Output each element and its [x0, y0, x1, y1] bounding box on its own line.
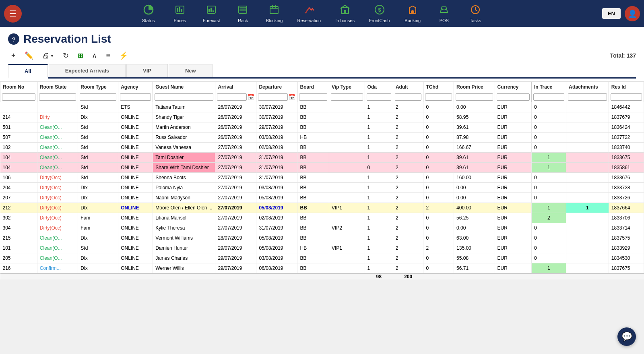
- footer-tail: [423, 273, 644, 279]
- excel-button[interactable]: ⊞: [74, 50, 86, 61]
- table-footer: 98 200: [0, 273, 644, 279]
- svg-rect-8: [213, 10, 214, 12]
- tab-new[interactable]: New: [169, 64, 213, 77]
- table-row[interactable]: 207Dirty(Occ)DlxONLINENaomi Madyson27/07…: [0, 193, 644, 203]
- svg-rect-6: [208, 9, 210, 12]
- nav-forecast-label: Forecast: [203, 18, 220, 23]
- nav-status[interactable]: Status: [134, 2, 163, 25]
- lightning-button[interactable]: ⚡: [116, 50, 131, 62]
- tab-bar: All Expected Arrivals VIP New: [8, 64, 636, 79]
- nav-rack[interactable]: Rack: [229, 2, 257, 25]
- filter-attachments[interactable]: [568, 93, 607, 101]
- table-row[interactable]: 501Clean(O...StdONLINEMartin Anderson26/…: [0, 122, 644, 132]
- footer-row: 98 200: [0, 273, 644, 279]
- table-row[interactable]: 214DirtyDlxONLINEShandy Tiger26/07/20193…: [0, 112, 644, 122]
- table-row[interactable]: 205Clean(O...DlxONLINEJames Charles29/07…: [0, 253, 644, 263]
- refresh-button[interactable]: ↻: [60, 50, 72, 62]
- booking-icon: [407, 4, 418, 17]
- filter-room-type[interactable]: [80, 93, 116, 101]
- table-row[interactable]: 507Clean(O...StdONLINERuss Salvador26/07…: [0, 132, 644, 143]
- svg-rect-7: [211, 8, 212, 12]
- edit-button[interactable]: ✏️: [21, 50, 37, 62]
- print-button[interactable]: 🖨 ▼: [39, 50, 58, 62]
- nav-inhouses[interactable]: In houses: [330, 2, 360, 25]
- menu-button[interactable]: ☰: [4, 5, 22, 23]
- filter-departure[interactable]: [258, 93, 288, 101]
- filter-in-trace[interactable]: [533, 93, 564, 101]
- table-row[interactable]: 212Dirty(Occ)DlxONLINEMoore Olen / Ellen…: [0, 203, 644, 213]
- add-button[interactable]: +: [8, 50, 19, 62]
- filter-oda[interactable]: [367, 93, 391, 101]
- filter-arrival[interactable]: [217, 93, 247, 101]
- menu-list-button[interactable]: ≡: [103, 50, 114, 62]
- filter-tchd[interactable]: [425, 93, 452, 101]
- filter-board[interactable]: [299, 93, 327, 101]
- menu-icon: ☰: [9, 9, 17, 19]
- pos-icon: [439, 4, 449, 17]
- footer-adult: 200: [393, 273, 423, 279]
- add-icon: +: [11, 52, 16, 60]
- refresh-icon: ↻: [63, 51, 69, 60]
- filter-adult[interactable]: [395, 93, 422, 101]
- filter-room-state[interactable]: [39, 93, 76, 101]
- inhouses-icon: [340, 4, 350, 17]
- nav-booking[interactable]: Booking: [398, 2, 427, 25]
- filter-vip-type[interactable]: [331, 93, 363, 101]
- total-count: Total: 137: [610, 52, 636, 59]
- filter-guest-name[interactable]: [155, 93, 213, 101]
- table-body: StdETSTatiana Tatum26/07/201930/07/2019B…: [0, 102, 644, 274]
- nav-tasks[interactable]: Tasks: [461, 2, 489, 25]
- filter-room-no[interactable]: [2, 93, 35, 101]
- table-row[interactable]: 104Clean(O...StdONLINETami Doshier27/07/…: [0, 153, 644, 163]
- departure-calendar-icon[interactable]: 📅: [289, 94, 295, 100]
- reservation-table: Room No Room State Room Type Agency Gues…: [0, 82, 644, 279]
- table-row[interactable]: 204Dirty(Occ)DlxONLINEPaloma Nyla27/07/2…: [0, 183, 644, 193]
- table-row[interactable]: 102Clean(O...StdONLINEVanesa Vanessa27/0…: [0, 143, 644, 153]
- svg-text:$: $: [378, 7, 381, 13]
- tasks-icon: [470, 4, 481, 17]
- filter-row: 📅 📅: [0, 92, 644, 102]
- tab-all[interactable]: All: [8, 64, 48, 79]
- language-button[interactable]: EN: [602, 8, 621, 19]
- nav-reservation[interactable]: Reservation: [291, 2, 326, 25]
- tab-expected-arrivals[interactable]: Expected Arrivals: [49, 64, 126, 77]
- svg-rect-13: [270, 6, 278, 14]
- col-tchd: TChd: [423, 82, 454, 92]
- filter-currency[interactable]: [497, 93, 530, 101]
- nav-pos[interactable]: POS: [430, 2, 458, 25]
- nav-reservation-label: Reservation: [297, 18, 321, 23]
- arrival-calendar-icon[interactable]: 📅: [248, 94, 254, 100]
- tab-vip[interactable]: VIP: [126, 64, 168, 77]
- table-row[interactable]: 104Clean(O...StdONLINEShare With Tami Do…: [0, 163, 644, 173]
- filter-res-id[interactable]: [611, 93, 642, 101]
- nav-booking-label: Booking: [405, 18, 421, 23]
- nav-blocking[interactable]: Blocking: [260, 2, 288, 25]
- nav-frontcash[interactable]: $ FrontCash: [363, 2, 395, 25]
- table-row[interactable]: 302Dirty(Occ)FamONLINELiliana Marisol27/…: [0, 213, 644, 223]
- column-header-row: Room No Room State Room Type Agency Gues…: [0, 82, 644, 92]
- nav-prices[interactable]: Prices: [166, 2, 194, 25]
- col-room-state: Room State: [37, 82, 78, 92]
- svg-rect-2: [177, 8, 178, 12]
- collapse-button[interactable]: ∧: [89, 50, 100, 62]
- nav-prices-label: Prices: [173, 18, 186, 23]
- table-row[interactable]: StdETSTatiana Tatum26/07/201930/07/2019B…: [0, 102, 644, 112]
- svg-rect-15: [275, 5, 277, 8]
- print-icon: 🖨: [42, 52, 50, 60]
- user-avatar[interactable]: 👤: [625, 6, 640, 21]
- table-row[interactable]: 304Dirty(Occ)FamONLINEKylie Theresa27/07…: [0, 223, 644, 233]
- prices-icon: [175, 4, 185, 17]
- table-row[interactable]: 106Dirty(Occ)StdONLINEShenna Boots27/07/…: [0, 173, 644, 183]
- nav-forecast[interactable]: Forecast: [197, 2, 226, 25]
- filter-agency[interactable]: [120, 93, 151, 101]
- top-navigation: ☰ Status Prices Forecast Rack: [0, 0, 644, 27]
- help-icon[interactable]: ?: [8, 33, 19, 45]
- table-row[interactable]: 216Confirm...DlxONLINEWerner Willis29/07…: [0, 263, 644, 274]
- page-title: Reservation List: [23, 33, 111, 46]
- forecast-icon: [206, 4, 217, 17]
- table-row[interactable]: 101Clean(O...StdONLINEDamien Hunter29/07…: [0, 243, 644, 253]
- nav-pos-label: POS: [440, 18, 449, 23]
- table-row[interactable]: 215Clean(O...DlxONLINEVermont Williams28…: [0, 233, 644, 243]
- filter-room-price[interactable]: [456, 93, 493, 101]
- nav-inhouses-label: In houses: [335, 18, 355, 23]
